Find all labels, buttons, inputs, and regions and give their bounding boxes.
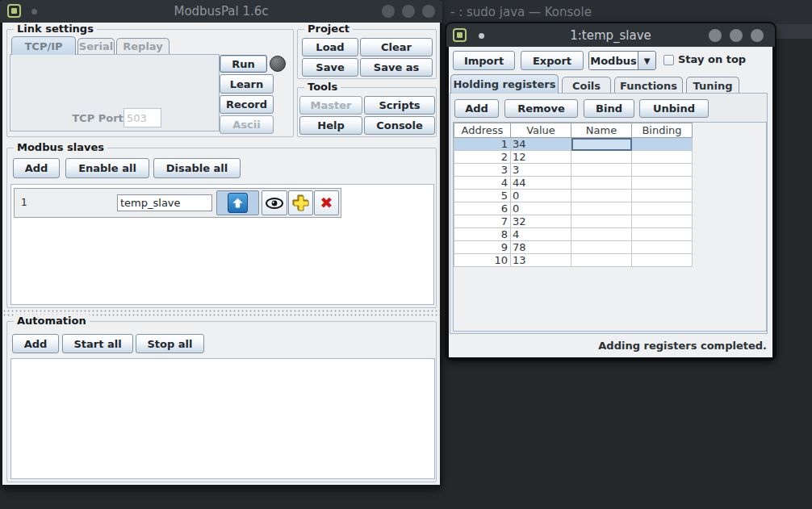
cell-cv[interactable]: 3: [511, 164, 571, 177]
minimize-button[interactable]: [382, 5, 395, 18]
table-row[interactable]: 444: [454, 177, 693, 190]
column-header-name[interactable]: Name: [571, 123, 632, 138]
disable-all-button[interactable]: Disable all: [153, 158, 241, 178]
help-button[interactable]: Help: [299, 116, 362, 135]
cell-cv[interactable]: 32: [511, 215, 571, 228]
column-header-binding[interactable]: Binding: [631, 123, 693, 138]
table-row[interactable]: 60: [454, 202, 693, 215]
slave-name-field[interactable]: [117, 194, 212, 211]
cell-cv[interactable]: 34: [511, 138, 571, 151]
cell-ca[interactable]: 5: [454, 190, 511, 202]
cell-cv[interactable]: 0: [511, 190, 571, 202]
cell-cb[interactable]: [632, 241, 693, 254]
tab-serial[interactable]: Serial: [77, 38, 115, 54]
cell-ca[interactable]: 3: [454, 164, 511, 177]
cell-ca[interactable]: 2: [454, 151, 511, 164]
import-button[interactable]: Import: [453, 51, 515, 70]
cell-ca[interactable]: 6: [454, 202, 511, 215]
cell-cb[interactable]: [632, 228, 693, 241]
cell-cb[interactable]: [632, 202, 693, 215]
cell-cv[interactable]: 12: [511, 151, 571, 164]
slave-row[interactable]: 1: [14, 188, 341, 218]
cell-cn[interactable]: [571, 202, 632, 215]
remove-register-button[interactable]: Remove: [504, 99, 578, 118]
konsole-titlebar[interactable]: - : sudo java — Konsole: [442, 0, 812, 24]
console-button[interactable]: Console: [364, 116, 435, 135]
cell-cv[interactable]: 44: [511, 177, 571, 190]
cell-cb[interactable]: [632, 151, 693, 164]
cell-ca[interactable]: 9: [454, 241, 511, 254]
cell-cb[interactable]: [632, 177, 693, 190]
cell-cv[interactable]: 0: [511, 202, 571, 215]
minimize-button[interactable]: [709, 29, 722, 42]
mode-combobox[interactable]: Modbus ▼: [588, 51, 656, 70]
add-slave-button[interactable]: Add: [13, 158, 60, 178]
table-row[interactable]: 134: [454, 138, 693, 151]
add-automation-list-button[interactable]: Add: [12, 334, 59, 353]
close-button[interactable]: [751, 29, 764, 42]
cell-ca[interactable]: 4: [454, 177, 511, 190]
record-button[interactable]: Record: [220, 95, 274, 114]
cell-cv[interactable]: 13: [511, 254, 571, 267]
scripts-button[interactable]: Scripts: [364, 96, 435, 115]
tab-holding-registers[interactable]: Holding registers: [450, 74, 559, 94]
maximize-button[interactable]: [730, 29, 743, 42]
maximize-button[interactable]: [402, 5, 415, 18]
delete-slave-button[interactable]: ✖: [314, 190, 339, 215]
cell-cn[interactable]: [571, 241, 632, 254]
save-button[interactable]: Save: [302, 58, 358, 77]
cell-cn[interactable]: [571, 138, 632, 151]
enable-all-button[interactable]: Enable all: [65, 158, 149, 178]
close-button[interactable]: [422, 5, 435, 18]
add-automation-button[interactable]: [288, 190, 313, 215]
stay-on-top-label[interactable]: Stay on top: [678, 53, 746, 65]
tab-tuning[interactable]: Tuning: [686, 77, 739, 94]
cell-cn[interactable]: [571, 254, 632, 267]
table-row[interactable]: 732: [454, 215, 693, 228]
tab-coils[interactable]: Coils: [562, 77, 611, 94]
chevron-down-icon[interactable]: ▼: [638, 52, 655, 69]
view-slave-button[interactable]: [262, 190, 287, 215]
cell-cb[interactable]: [632, 254, 693, 267]
cell-cn[interactable]: [571, 177, 632, 190]
column-header-value[interactable]: Value: [510, 123, 571, 138]
cell-ca[interactable]: 10: [454, 254, 511, 267]
cell-cb[interactable]: [632, 215, 693, 228]
run-button[interactable]: Run: [220, 55, 267, 73]
cell-cn[interactable]: [571, 228, 632, 241]
cell-cn[interactable]: [571, 215, 632, 228]
column-header-address[interactable]: Address: [454, 123, 511, 138]
cell-ca[interactable]: 7: [454, 215, 511, 228]
stop-all-button[interactable]: Stop all: [136, 334, 204, 353]
save-as-button[interactable]: Save as: [360, 58, 433, 77]
bind-button[interactable]: Bind: [584, 99, 634, 118]
cell-cv[interactable]: 78: [511, 241, 571, 254]
table-row[interactable]: 1013: [454, 254, 693, 267]
cell-cb[interactable]: [632, 164, 693, 177]
cell-cv[interactable]: 4: [511, 228, 571, 241]
master-button[interactable]: Master: [299, 96, 362, 115]
cell-ca[interactable]: 1: [454, 138, 511, 151]
ascii-button[interactable]: Ascii: [220, 115, 274, 134]
table-row[interactable]: 84: [454, 228, 693, 241]
tab-tcpip[interactable]: TCP/IP: [11, 36, 76, 55]
cell-cb[interactable]: [632, 138, 693, 151]
table-row[interactable]: 978: [454, 241, 693, 254]
stay-on-top-checkbox[interactable]: [663, 55, 674, 65]
table-row[interactable]: 33: [454, 164, 693, 177]
cell-cn[interactable]: [571, 190, 632, 202]
table-row[interactable]: 212: [454, 151, 693, 164]
export-button[interactable]: Export: [521, 51, 584, 70]
modbuspal-titlebar[interactable]: ModbusPal 1.6c: [0, 0, 442, 23]
cell-cn[interactable]: [571, 151, 632, 164]
learn-button[interactable]: Learn: [220, 74, 274, 94]
start-all-button[interactable]: Start all: [62, 334, 133, 353]
tab-functions[interactable]: Functions: [614, 77, 683, 94]
cell-cb[interactable]: [632, 190, 693, 202]
cell-cn[interactable]: [571, 164, 632, 177]
clear-button[interactable]: Clear: [360, 38, 433, 56]
unbind-button[interactable]: Unbind: [639, 99, 709, 118]
temp-slave-titlebar[interactable]: 1:temp_slave: [446, 23, 775, 47]
load-button[interactable]: Load: [302, 38, 358, 56]
tab-replay[interactable]: Replay: [116, 38, 170, 54]
